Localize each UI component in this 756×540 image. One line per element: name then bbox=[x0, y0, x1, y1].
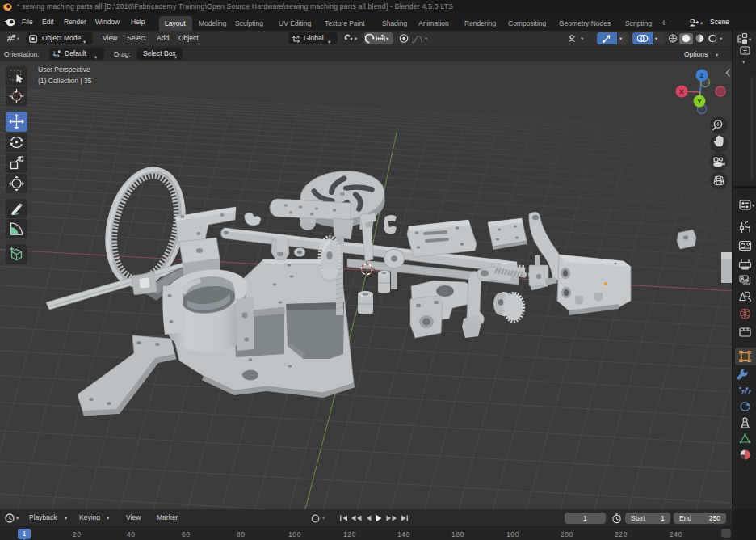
svg-text:Y: Y bbox=[697, 98, 702, 105]
svg-text:▾: ▾ bbox=[742, 59, 746, 65]
svg-text:▾: ▾ bbox=[749, 36, 752, 42]
svg-text:Z: Z bbox=[700, 72, 704, 79]
svg-text:X: X bbox=[679, 88, 684, 95]
svg-text:▾: ▾ bbox=[752, 203, 754, 208]
